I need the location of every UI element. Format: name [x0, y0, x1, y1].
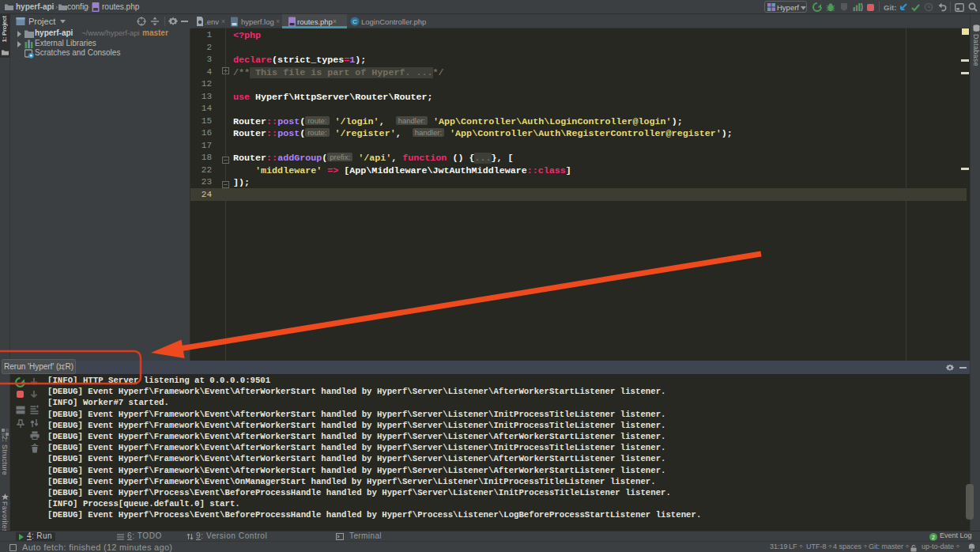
svg-text:2: 2 — [932, 535, 935, 540]
svg-text:C: C — [352, 18, 357, 25]
